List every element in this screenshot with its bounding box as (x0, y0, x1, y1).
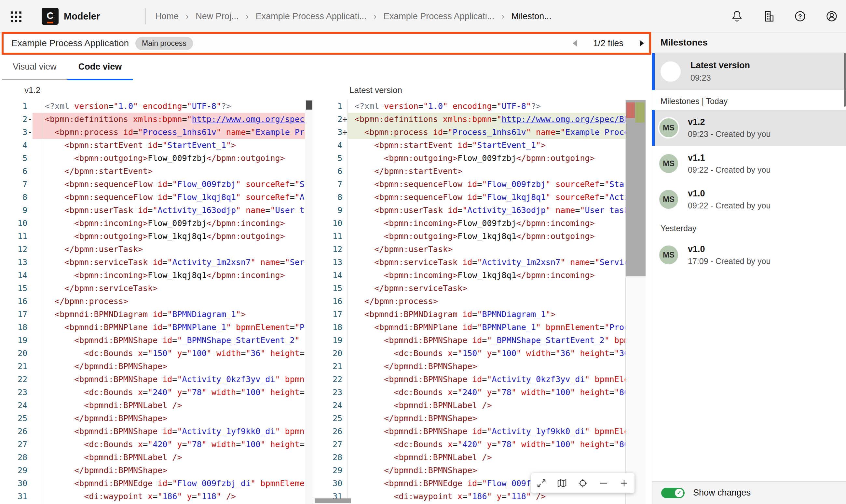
line-number: 28 (325, 451, 342, 464)
diff-marker (27, 178, 33, 191)
show-changes-bar: ✓ Show changes (652, 481, 846, 504)
map-icon[interactable] (555, 476, 569, 490)
line-number: 31 (0, 490, 27, 503)
diff-marker (27, 139, 33, 152)
diff-marker: - (27, 126, 33, 139)
left-editor-scrollbar[interactable] (305, 100, 313, 504)
center-target-icon[interactable] (576, 476, 590, 490)
breadcrumb-item[interactable]: Example Process Applicati... (384, 12, 495, 21)
code-line: 14 <bpmn:incoming>Flow_1kqj8q1</bpmn:inc… (325, 269, 625, 282)
line-number: 29 (0, 464, 27, 477)
code-text: <bpmn:definitions xmlns:bpmn="http://www… (348, 113, 625, 126)
next-file-arrow-icon[interactable] (640, 40, 644, 47)
line-number: 7 (325, 178, 342, 191)
line-number: 24 (325, 399, 342, 412)
latest-version-item[interactable]: Latest version 09:23 (652, 53, 846, 90)
right-code-editor[interactable]: 1<?xml version="1.0" encoding="UTF-8"?>2… (325, 100, 625, 504)
diff-marker (27, 490, 33, 503)
milestone-item[interactable]: MSv1.109:22 - Created by you (652, 146, 846, 181)
code-text: <bpmndi:BPMNShape id="_BPMNShape_StartEv… (33, 334, 305, 347)
horizontal-scrollbar-thumb[interactable] (315, 499, 351, 503)
code-text: <bpmn:sequenceFlow id="Flow_009fzbj" sou… (33, 178, 305, 191)
previous-file-arrow-icon[interactable] (573, 40, 577, 47)
milestones-scrollbar-thumb[interactable] (844, 53, 846, 107)
line-number: 1 (325, 100, 342, 113)
code-line: 28 <bpmndi:BPMNLabel /> (0, 451, 305, 464)
toggle-knob-check-icon: ✓ (675, 489, 683, 497)
tab-visual-view[interactable]: Visual view (2, 55, 67, 80)
code-text: <bpmn:process id="Process_1nhs61v" name=… (348, 126, 625, 139)
account-user-icon[interactable] (825, 10, 838, 23)
organization-building-icon[interactable] (762, 10, 775, 23)
diff-marker (342, 347, 348, 360)
code-text: <bpmn:incoming>Flow_1kqj8q1</bpmn:incomi… (33, 269, 305, 282)
milestone-meta: 09:22 - Created by you (688, 165, 771, 175)
milestone-item[interactable]: MSv1.017:09 - Created by you (652, 237, 846, 273)
right-version-label: Latest version (350, 80, 402, 100)
breadcrumb-separator-icon: › (246, 12, 248, 21)
breadcrumb-item[interactable]: Home (155, 12, 179, 21)
code-text: <bpmndi:BPMNLabel /> (33, 399, 305, 412)
zoom-out-icon[interactable] (596, 476, 611, 490)
code-text: <dc:Bounds x="150" y="100" width="36" he… (348, 347, 625, 360)
diff-marker (342, 464, 348, 477)
code-text: <dc:Bounds x="150" y="100" width="36" he… (33, 347, 305, 360)
code-line: 24 <bpmndi:BPMNLabel /> (0, 399, 305, 412)
milestone-item[interactable]: MSv1.009:22 - Created by you (652, 181, 846, 217)
diff-marker (342, 204, 348, 217)
help-icon[interactable]: ? (794, 10, 807, 23)
code-text: </bpmndi:BPMNShape> (348, 360, 625, 373)
right-editor-scrollbar[interactable] (625, 100, 646, 504)
diff-marker (342, 438, 348, 451)
line-number: 23 (0, 386, 27, 399)
file-pager: 1/2 files (573, 38, 644, 49)
scrollbar-thumb[interactable] (306, 101, 312, 110)
scrollbar-thumb[interactable] (626, 100, 646, 276)
code-line: 9 <bpmn:userTask id="Activity_163odjp" n… (0, 204, 305, 217)
code-line: 23 <dc:Bounds x="240" y="78" width="100"… (0, 386, 305, 399)
code-text: <bpmndi:BPMNEdge id="Flow_009fzbj_di" bp… (33, 477, 305, 490)
logo-orange-bar (47, 22, 53, 23)
code-text: <bpmndi:BPMNShape id="Activity_1yf9kk0_d… (348, 425, 625, 438)
diff-marker (27, 477, 33, 490)
notifications-bell-icon[interactable] (730, 10, 743, 23)
diff-marker (342, 451, 348, 464)
code-text: <bpmndi:BPMNDiagram id="BPMNDiagram_1"> (33, 308, 305, 321)
line-number: 17 (325, 308, 342, 321)
breadcrumb-item[interactable]: New Proj... (196, 12, 239, 21)
code-text: <bpmn:serviceTask id="Activity_1m2xsn7" … (348, 256, 625, 269)
diff-marker (342, 373, 348, 386)
left-code-editor[interactable]: 1<?xml version="1.0" encoding="UTF-8"?>2… (0, 100, 305, 504)
milestone-item[interactable]: MSv1.209:23 - Created by you (652, 110, 846, 146)
code-text: </bpmndi:BPMNShape> (33, 360, 305, 373)
line-number: 30 (325, 477, 342, 490)
zoom-in-icon[interactable] (617, 476, 631, 490)
app-switcher-grid-icon[interactable] (9, 10, 23, 23)
diff-marker (27, 425, 33, 438)
code-line: 16 </bpmn:process> (325, 295, 625, 308)
diff-marker: - (27, 113, 33, 126)
milestone-section-label: Yesterday (652, 217, 846, 237)
diff-marker (342, 139, 348, 152)
line-number: 4 (325, 139, 342, 152)
avatar (660, 61, 681, 82)
line-number: 13 (0, 256, 27, 269)
view-tabs: Visual view Code view (0, 55, 652, 80)
breadcrumb-item[interactable]: Example Process Applicati... (256, 12, 367, 21)
code-line: 24 <bpmndi:BPMNLabel /> (325, 399, 625, 412)
diff-marker (342, 412, 348, 425)
line-number: 5 (325, 152, 342, 165)
diff-marker (342, 230, 348, 243)
code-line: 20 <dc:Bounds x="150" y="100" width="36"… (0, 347, 305, 360)
expand-icon[interactable] (534, 476, 549, 490)
show-changes-toggle[interactable]: ✓ (661, 488, 685, 498)
file-title: Example Process Application (12, 38, 129, 49)
line-number: 27 (0, 438, 27, 451)
diff-marker (342, 191, 348, 204)
breadcrumb-item[interactable]: Mileston... (511, 12, 551, 21)
tab-code-view[interactable]: Code view (67, 55, 133, 80)
diff-version-header: v1.2 Latest version (0, 80, 652, 100)
diff-marker (342, 152, 348, 165)
diff-marker (342, 217, 348, 230)
line-number: 11 (0, 230, 27, 243)
